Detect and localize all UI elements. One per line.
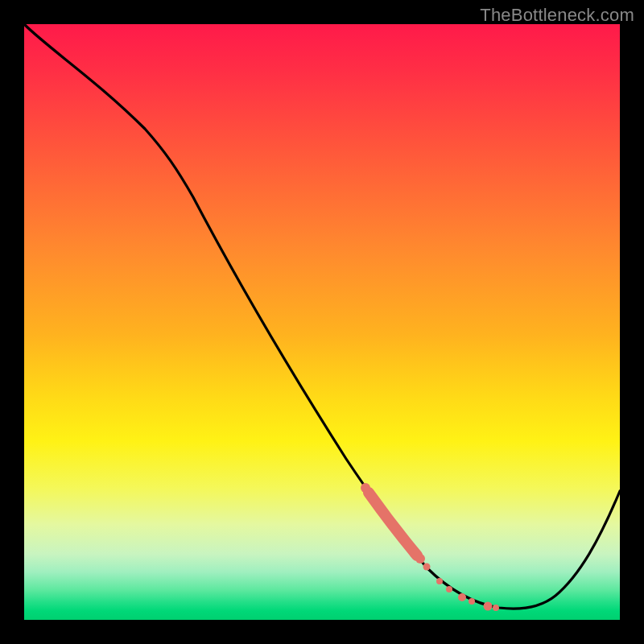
highlight-dot bbox=[436, 578, 443, 584]
highlight-dot bbox=[415, 554, 425, 564]
highlight-dot bbox=[469, 598, 475, 605]
bottleneck-curve-svg bbox=[24, 24, 620, 620]
highlight-dot bbox=[493, 605, 499, 611]
highlight-thick-segment bbox=[369, 493, 417, 555]
chart-frame: TheBottleneck.com bbox=[0, 0, 644, 644]
highlight-dot bbox=[458, 593, 466, 601]
watermark-text: TheBottleneck.com bbox=[480, 5, 634, 26]
highlight-dot bbox=[446, 586, 452, 592]
highlight-dot bbox=[361, 483, 370, 493]
bottleneck-curve-path bbox=[24, 24, 620, 609]
highlight-dot bbox=[484, 602, 493, 611]
plot-area bbox=[24, 24, 620, 620]
highlight-dot bbox=[423, 564, 431, 571]
